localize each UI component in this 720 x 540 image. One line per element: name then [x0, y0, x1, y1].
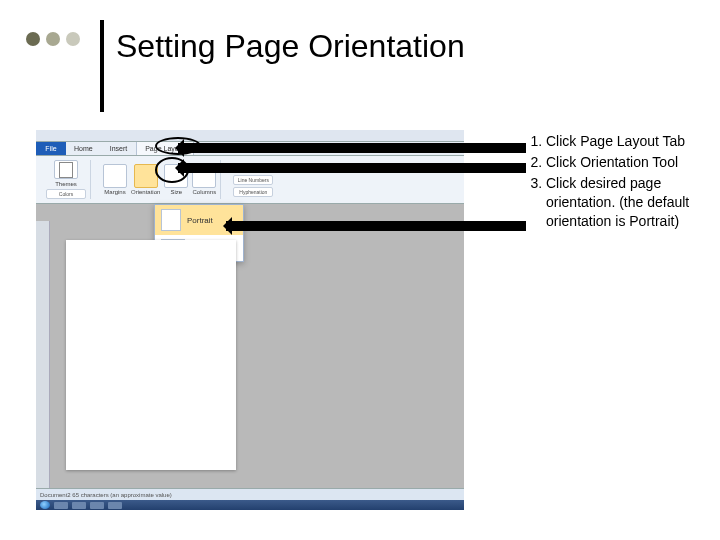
- slide-header: [26, 32, 94, 46]
- hyphenation-button[interactable]: Hyphenation: [233, 187, 273, 197]
- colors-button[interactable]: Colors: [46, 189, 86, 199]
- dot-icon: [26, 32, 40, 46]
- themes-button[interactable]: [54, 160, 78, 179]
- taskbar-item[interactable]: [54, 502, 68, 509]
- margins-label: Margins: [104, 189, 125, 195]
- tab-insert[interactable]: Insert: [102, 142, 137, 155]
- margins-button[interactable]: [103, 164, 127, 188]
- word-screenshot: File Home Insert Page Layout References …: [36, 130, 464, 510]
- document-page: [66, 240, 236, 470]
- ribbon-group-themes: Themes Colors: [42, 160, 91, 199]
- window-titlebar: [36, 130, 464, 142]
- decorative-vertical-line: [100, 20, 104, 112]
- taskbar-item[interactable]: [90, 502, 104, 509]
- dot-icon: [46, 32, 60, 46]
- decorative-dots: [26, 32, 80, 46]
- instruction-step: Click Orientation Tool: [546, 153, 708, 172]
- vertical-ruler: [36, 221, 50, 488]
- columns-label: Columns: [193, 189, 217, 195]
- line-numbers-button[interactable]: Line Numbers: [233, 175, 273, 185]
- tab-home[interactable]: Home: [66, 142, 102, 155]
- orientation-button[interactable]: [134, 164, 158, 188]
- instruction-step: Click Page Layout Tab: [546, 132, 708, 151]
- start-button-icon[interactable]: [40, 501, 50, 509]
- windows-taskbar: [36, 500, 464, 510]
- arrow-to-tab: [178, 143, 526, 153]
- taskbar-item[interactable]: [108, 502, 122, 509]
- portrait-page-icon: [161, 209, 181, 231]
- dot-icon: [66, 32, 80, 46]
- arrow-to-orientation: [178, 163, 526, 173]
- arrow-to-option: [226, 221, 526, 231]
- portrait-label: Portrait: [187, 216, 213, 225]
- themes-icon: [59, 162, 73, 178]
- taskbar-item[interactable]: [72, 502, 86, 509]
- instructions-list: Click Page Layout Tab Click Orientation …: [528, 132, 708, 232]
- orientation-label: Orientation: [131, 189, 160, 195]
- instruction-step: Click desired page orientation. (the def…: [546, 174, 708, 231]
- themes-label: Themes: [55, 181, 77, 187]
- status-bar: Document2 65 characters (an approximate …: [36, 488, 464, 500]
- tab-file[interactable]: File: [36, 142, 66, 155]
- status-text: Document2 65 characters (an approximate …: [40, 492, 172, 498]
- slide-title: Setting Page Orientation: [116, 28, 465, 65]
- size-label: Size: [171, 189, 183, 195]
